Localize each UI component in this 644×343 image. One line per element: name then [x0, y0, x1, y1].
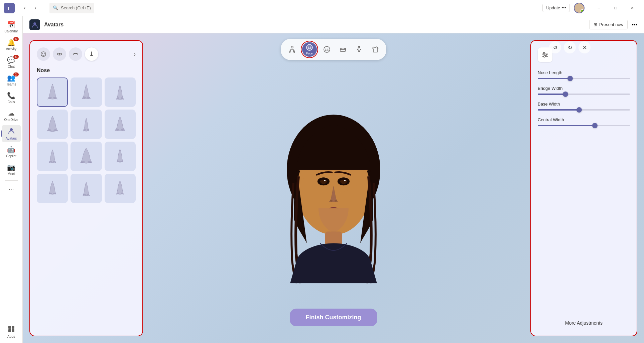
sidebar-divider	[5, 180, 18, 181]
base-width-thumb[interactable]	[576, 107, 582, 113]
svg-text:T: T	[7, 6, 10, 11]
svg-point-34	[116, 129, 119, 131]
sidebar-item-apps[interactable]: Apps	[2, 324, 21, 340]
svg-point-38	[81, 161, 85, 163]
face-tab-nose[interactable]	[85, 47, 98, 61]
nose-item-7[interactable]	[37, 142, 68, 171]
svg-point-26	[83, 97, 86, 99]
present-label: Present now	[599, 22, 623, 27]
sidebar-label-activity: Activity	[6, 47, 17, 51]
search-bar[interactable]: 🔍 Search (Ctrl+E)	[49, 3, 94, 13]
svg-point-63	[545, 54, 547, 56]
nose-item-8[interactable]	[71, 142, 102, 171]
present-now-button[interactable]: ⊞ Present now	[589, 20, 628, 29]
central-width-thumb[interactable]	[592, 123, 598, 128]
window-controls: – □ ✕	[591, 3, 640, 13]
maximize-button[interactable]: □	[608, 3, 623, 13]
central-width-track[interactable]	[538, 125, 630, 126]
undo-button[interactable]: ↺	[549, 41, 561, 53]
svg-point-20	[42, 53, 43, 54]
svg-point-47	[121, 193, 123, 194]
title-bar-left: T ‹ › 🔍 Search (Ctrl+E)	[4, 3, 101, 13]
avatar-face-svg	[270, 110, 397, 283]
toolbar-accessories-button[interactable]	[336, 42, 350, 57]
nose-item-10[interactable]	[37, 174, 68, 203]
forward-button[interactable]: ›	[31, 3, 40, 13]
central-width-label: Central Width	[538, 117, 630, 122]
app-title: Avatars	[44, 22, 63, 28]
nose-item-5[interactable]	[71, 110, 102, 139]
close-customizer-button[interactable]: ✕	[578, 41, 591, 53]
chat-badge: 5	[13, 55, 19, 59]
toolbar-clothing-button[interactable]	[368, 42, 382, 57]
finish-customizing-button[interactable]: Finish Customizing	[290, 309, 377, 326]
bridge-width-section: Bridge Width	[538, 86, 630, 95]
toolbar-expressions-button[interactable]	[319, 42, 334, 57]
svg-point-39	[87, 161, 92, 163]
more-adjustments-button[interactable]: More Adjustments	[538, 317, 630, 329]
redo-button[interactable]: ↻	[564, 41, 576, 53]
sidebar-item-teams[interactable]: 👥 2 Teams	[2, 72, 21, 88]
sidebar-item-calendar[interactable]: 📅 Calendar	[2, 19, 21, 35]
bridge-width-thumb[interactable]	[563, 92, 568, 97]
onedrive-icon: ☁	[8, 109, 15, 117]
sidebar-item-avatars[interactable]: Avatars	[2, 125, 21, 142]
svg-point-33	[87, 129, 89, 131]
face-tab-eyes[interactable]	[53, 47, 66, 61]
svg-point-31	[53, 129, 57, 131]
sidebar: 📅 Calendar 🔔 6 Activity 💬 5 Chat 👥 2 Tea…	[0, 16, 23, 343]
svg-point-16	[341, 48, 342, 49]
svg-rect-5	[8, 329, 11, 332]
face-tabs: ›	[37, 47, 136, 61]
base-width-track[interactable]	[538, 109, 630, 111]
sidebar-item-meet[interactable]: 📷 Meet	[2, 161, 21, 178]
bridge-width-label: Bridge Width	[538, 86, 630, 91]
nose-item-2[interactable]	[71, 77, 102, 107]
nose-length-fill	[538, 78, 570, 79]
header-more-button[interactable]: •••	[632, 22, 637, 28]
toolbar-face-button[interactable]: Face	[302, 42, 317, 57]
user-avatar[interactable]	[574, 3, 585, 13]
sidebar-label-copilot: Copilot	[6, 154, 16, 158]
face-tab-overall[interactable]	[37, 47, 50, 61]
header-actions: ⊞ Present now •••	[589, 20, 637, 29]
bridge-width-track[interactable]	[538, 94, 630, 95]
face-tab-eyebrows[interactable]	[69, 47, 82, 61]
app-icon	[29, 19, 40, 30]
close-button[interactable]: ✕	[625, 3, 640, 13]
svg-rect-3	[8, 326, 11, 329]
nose-item-6[interactable]	[105, 110, 136, 139]
sidebar-item-onedrive[interactable]: ☁ OneDrive	[2, 107, 21, 124]
sidebar-item-more[interactable]: ···	[2, 183, 21, 195]
face-tab-label: Face	[306, 52, 312, 55]
nose-item-11[interactable]	[71, 174, 102, 203]
content-area: Avatars ⊞ Present now •••	[23, 16, 644, 343]
svg-point-55	[324, 180, 326, 181]
sidebar-item-chat[interactable]: 💬 5 Chat	[2, 54, 21, 70]
nose-item-9[interactable]	[105, 142, 136, 171]
sidebar-item-copilot[interactable]: 🤖 Copilot	[2, 144, 21, 160]
sidebar-item-activity[interactable]: 🔔 6 Activity	[2, 36, 21, 53]
minimize-button[interactable]: –	[591, 3, 607, 13]
title-bar: T ‹ › 🔍 Search (Ctrl+E) Update ••• – □ ✕	[0, 0, 644, 16]
nose-section-title: Nose	[37, 67, 136, 73]
nose-item-1[interactable]	[37, 77, 68, 107]
copilot-icon: 🤖	[7, 146, 15, 154]
toolbar-body-button[interactable]	[285, 42, 299, 57]
sidebar-item-calls[interactable]: 📞 Calls	[2, 90, 21, 106]
nose-length-track[interactable]	[538, 78, 630, 79]
face-tab-next[interactable]: ›	[134, 51, 136, 58]
nose-item-3[interactable]	[105, 77, 136, 107]
app-header: Avatars ⊞ Present now •••	[23, 16, 644, 33]
central-width-section: Central Width	[538, 117, 630, 126]
back-button[interactable]: ‹	[20, 3, 29, 13]
toolbar-pose-button[interactable]	[352, 42, 366, 57]
base-width-section: Base Width	[538, 102, 630, 111]
update-label: Update	[546, 5, 560, 10]
svg-point-65	[544, 56, 545, 57]
nose-length-thumb[interactable]	[567, 76, 573, 81]
svg-point-11	[310, 47, 311, 48]
update-button[interactable]: Update •••	[542, 4, 570, 12]
nose-item-12[interactable]	[105, 174, 136, 203]
nose-item-4[interactable]	[37, 110, 68, 139]
